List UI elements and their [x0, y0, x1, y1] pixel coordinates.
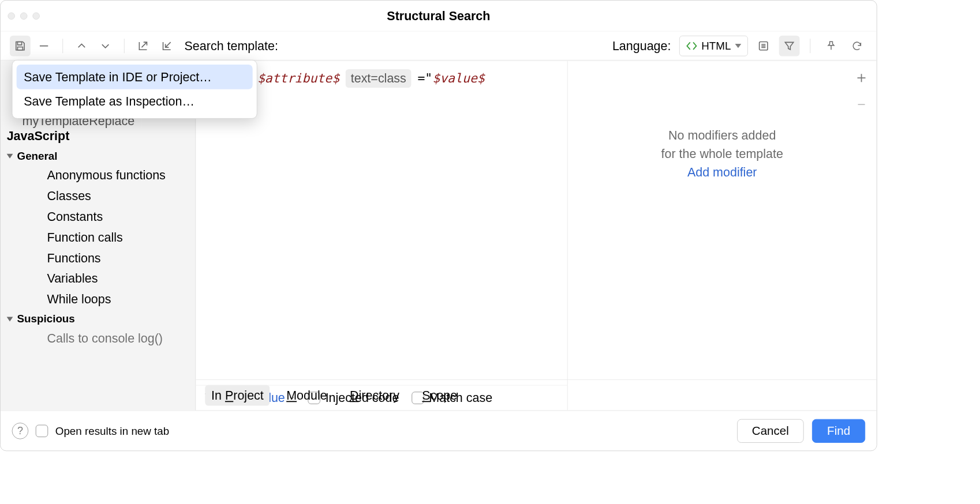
pop-out-button[interactable]	[133, 35, 154, 56]
language-dropdown[interactable]: HTML	[679, 35, 748, 56]
toolbar-separator	[810, 39, 810, 53]
remove-template-button[interactable]	[33, 35, 54, 56]
template-item-variables[interactable]: Variables	[1, 268, 195, 289]
refresh-button[interactable]	[847, 35, 867, 56]
group-suspicious[interactable]: Suspicious	[1, 310, 195, 328]
filter-button[interactable]	[779, 35, 800, 56]
toolbar: Search template: Language: HTML	[1, 32, 877, 61]
save-template-menu: Save Template in IDE or Project… Save Te…	[12, 60, 257, 119]
add-modifier-link[interactable]: Add modifier	[687, 165, 757, 179]
remove-modifier-button[interactable]: －	[854, 93, 869, 115]
list-icon	[757, 39, 769, 51]
template-item-function-calls[interactable]: Function calls	[1, 227, 195, 248]
chevron-down-icon	[735, 44, 742, 48]
question-icon: ?	[17, 425, 23, 437]
scope-tab-scope[interactable]: Scope	[416, 385, 463, 405]
filter-icon	[783, 39, 795, 51]
token-chip[interactable]: text=class	[346, 69, 412, 88]
zoom-window-button[interactable]	[32, 12, 40, 20]
scope-tabs: In Project Module Directory Scope	[196, 379, 877, 411]
pin-icon	[825, 40, 837, 51]
open-new-tab-label: Open results in new tab	[55, 424, 169, 437]
template-item-console-log[interactable]: Calls to console log()	[1, 328, 195, 349]
variable-attribute[interactable]: $attribute$	[257, 72, 339, 86]
traffic-lights	[8, 12, 39, 20]
chevron-down-icon	[7, 153, 13, 158]
save-template-button[interactable]	[10, 35, 31, 56]
nav-down-button[interactable]	[95, 35, 116, 56]
footer: ? Open results in new tab Cancel Find	[1, 411, 877, 451]
menu-save-in-ide-or-project[interactable]: Save Template in IDE or Project…	[17, 65, 253, 89]
window-title: Structural Search	[1, 9, 877, 23]
refresh-icon	[851, 40, 863, 51]
chevron-down-icon	[7, 317, 13, 321]
no-modifiers-line1: No modifiers added	[668, 128, 776, 142]
variable-value[interactable]: $value$	[432, 72, 485, 86]
scope-tab-in-project[interactable]: In Project	[205, 385, 270, 405]
nav-up-button[interactable]	[72, 35, 92, 56]
titlebar: Structural Search	[1, 1, 877, 32]
group-label: General	[17, 150, 58, 162]
scope-tab-directory[interactable]: Directory	[343, 385, 405, 405]
chevron-up-icon	[76, 40, 88, 51]
group-general[interactable]: General	[1, 146, 195, 165]
open-new-tab-checkbox[interactable]	[36, 424, 48, 437]
template-item-functions[interactable]: Functions	[1, 248, 195, 269]
menu-save-as-inspection[interactable]: Save Template as Inspection…	[17, 89, 253, 114]
template-item-while-loops[interactable]: While loops	[1, 289, 195, 310]
html-tag-icon	[686, 41, 697, 50]
language-value: HTML	[701, 39, 731, 51]
template-item-classes[interactable]: Classes	[1, 186, 195, 206]
pop-in-icon	[161, 40, 173, 51]
pin-button[interactable]	[821, 35, 841, 56]
code-text: ="	[417, 72, 432, 86]
pop-out-icon	[137, 40, 149, 51]
minus-icon	[38, 39, 50, 51]
template-item-anonymous-functions[interactable]: Anonymous functions	[1, 165, 195, 186]
save-icon	[14, 39, 26, 51]
no-modifiers-line2: for the whole template	[661, 146, 783, 161]
close-window-button[interactable]	[8, 12, 15, 20]
toolbar-separator	[124, 39, 125, 53]
scope-tab-module[interactable]: Module	[280, 385, 333, 405]
structural-search-window: Structural Search Search	[0, 0, 877, 451]
search-template-label: Search template:	[185, 39, 278, 53]
list-view-button[interactable]	[753, 35, 774, 56]
help-button[interactable]: ?	[12, 423, 29, 439]
find-button[interactable]: Find	[812, 419, 865, 442]
group-label: Suspicious	[17, 313, 75, 325]
cancel-button[interactable]: Cancel	[737, 419, 804, 442]
template-item-constants[interactable]: Constants	[1, 206, 195, 227]
minimize-window-button[interactable]	[20, 12, 28, 20]
modifiers-panel: ＋ － No modifiers added for the whole tem…	[568, 61, 877, 411]
pop-in-button[interactable]	[156, 35, 177, 56]
toolbar-separator	[62, 39, 63, 53]
language-label: Language:	[612, 39, 671, 53]
add-modifier-button[interactable]: ＋	[854, 67, 869, 88]
chevron-down-icon	[100, 40, 111, 51]
